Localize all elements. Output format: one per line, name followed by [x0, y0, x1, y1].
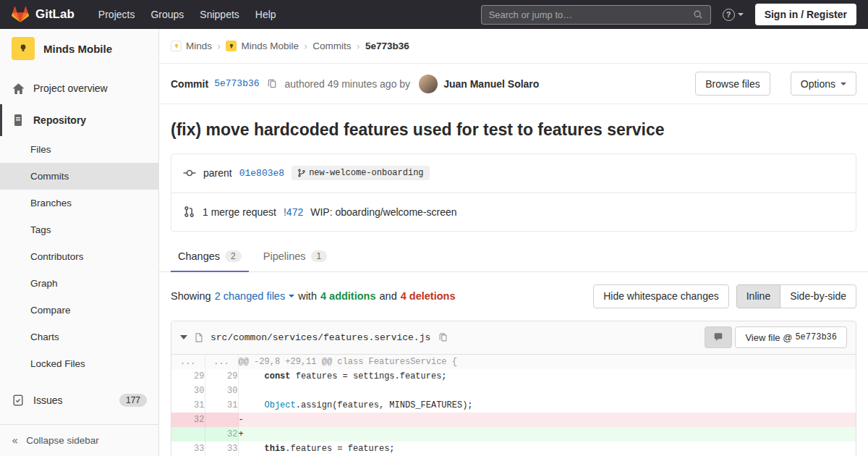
inline-view-button[interactable]: Inline: [736, 284, 780, 308]
toggle-comments-button[interactable]: [705, 326, 732, 348]
commit-meta: Commit 5e773b36 authored 49 minutes ago …: [171, 75, 539, 93]
tab-pipelines[interactable]: Pipelines 1: [256, 241, 335, 271]
branch-name: new-welcome-onboarding: [309, 168, 423, 178]
parent-sha-link[interactable]: 01e803e8: [239, 168, 284, 179]
commit-actions: Browse files Options: [695, 72, 856, 96]
sidebar-item-label: Repository: [33, 114, 86, 126]
help-menu[interactable]: ?: [723, 9, 744, 21]
issues-count-badge: 177: [119, 394, 147, 407]
new-line-number[interactable]: 31: [205, 398, 238, 413]
tanuki-logo-icon: [12, 6, 29, 23]
and-text: and: [380, 290, 397, 302]
sidebar-subitem-commits[interactable]: Commits: [0, 163, 158, 190]
new-line-number[interactable]: 32: [205, 427, 238, 442]
code-line: this.features = features;: [238, 442, 856, 456]
deletions-count: 4 deletions: [401, 290, 456, 302]
authored-text: authored 49 minutes ago by: [285, 78, 411, 90]
tab-changes[interactable]: Changes 2: [171, 241, 249, 271]
sign-in-button[interactable]: Sign in / Register: [755, 4, 856, 25]
commit-label: Commit: [171, 78, 208, 90]
side-by-side-view-button[interactable]: Side-by-side: [780, 284, 856, 308]
tab-pipelines-label: Pipelines: [263, 250, 306, 262]
breadcrumb-group[interactable]: Minds: [171, 41, 212, 51]
old-line-number[interactable]: ...: [171, 355, 205, 369]
diff-line-context: 2929 const features = settings.features;: [171, 369, 856, 384]
sidebar-subitem-branches[interactable]: Branches: [0, 190, 158, 216]
new-line-number[interactable]: 29: [205, 369, 238, 384]
diff-line-context: 3131 Object.assign(features, MINDS_FEATU…: [171, 398, 856, 413]
mr-ref-link[interactable]: !472: [284, 206, 303, 218]
view-file-sha: 5e773b36: [795, 332, 837, 342]
project-avatar-small: [226, 41, 237, 51]
commit-info-box: parent 01e803e8 new-welcome-onboarding 1…: [171, 153, 856, 232]
breadcrumb: Minds › Minds Mobile › Commits › 5e773b3…: [159, 29, 868, 64]
pipelines-count-badge: 1: [311, 250, 328, 262]
merge-request-row: 1 merge request !472 WIP: oboarding/welc…: [171, 193, 856, 231]
chevron-down-icon: [841, 83, 846, 85]
copy-sha-button[interactable]: [265, 77, 279, 90]
sidebar-subitem-locked-files[interactable]: Locked Files: [0, 350, 158, 377]
author-avatar[interactable]: [419, 75, 438, 93]
branch-badge[interactable]: new-welcome-onboarding: [292, 166, 429, 180]
diff-stats: Showing 2 changed files with 4 additions…: [171, 290, 455, 302]
merge-request-icon: [183, 206, 195, 218]
new-line-number[interactable]: ...: [205, 355, 238, 369]
sidebar-item-project-overview[interactable]: Project overview: [0, 72, 158, 104]
nav-menu-item-help[interactable]: Help: [247, 4, 284, 25]
collapse-file-caret-icon[interactable]: [180, 335, 187, 339]
comment-icon: [713, 332, 723, 342]
file-icon: [194, 332, 204, 343]
old-line-number[interactable]: 33: [171, 442, 205, 456]
search-input[interactable]: [489, 9, 693, 20]
old-line-number[interactable]: 32: [171, 413, 205, 427]
breadcrumb-project[interactable]: Minds Mobile: [226, 41, 299, 51]
side-by-side-label: Side-by-side: [790, 290, 846, 302]
code-line: -: [238, 413, 856, 427]
sidebar-subitem-files[interactable]: Files: [0, 136, 158, 163]
sidebar-item-label: Issues: [33, 394, 62, 406]
gitlab-home-link[interactable]: GitLab: [12, 6, 75, 23]
browse-files-label: Browse files: [705, 78, 760, 90]
diff-mode-toggle: Inline Side-by-side: [736, 284, 856, 308]
sidebar-subitem-graph[interactable]: Graph: [0, 270, 158, 297]
showing-text: Showing: [171, 290, 211, 302]
old-line-number[interactable]: 30: [171, 384, 205, 398]
diff-file-path[interactable]: src/common/services/features.service.js: [210, 332, 430, 343]
parent-label: parent: [203, 167, 232, 179]
sidebar-item-issues[interactable]: Issues 177: [0, 384, 158, 416]
old-line-number[interactable]: [171, 427, 205, 442]
nav-menu-item-groups[interactable]: Groups: [142, 4, 192, 25]
parent-row: parent 01e803e8 new-welcome-onboarding: [171, 154, 856, 193]
old-line-number[interactable]: 31: [171, 398, 205, 413]
sidebar-subitem-charts[interactable]: Charts: [0, 324, 158, 350]
sidebar-subitem-tags[interactable]: Tags: [0, 216, 158, 243]
changed-files-dropdown[interactable]: 2 changed files: [215, 290, 295, 302]
sidebar-subitem-compare[interactable]: Compare: [0, 297, 158, 324]
project-context[interactable]: Minds Mobile: [0, 29, 158, 68]
nav-menu-item-projects[interactable]: Projects: [90, 4, 143, 25]
browse-files-button[interactable]: Browse files: [695, 72, 770, 96]
breadcrumb-project-label: Minds Mobile: [241, 41, 299, 51]
sidebar-subitem-contributors[interactable]: Contributors: [0, 243, 158, 270]
commit-title: (fix) move hardcoded features used for t…: [159, 104, 868, 153]
old-line-number[interactable]: 29: [171, 369, 205, 384]
commit-header-bar: Commit 5e773b36 authored 49 minutes ago …: [159, 64, 868, 104]
view-file-button[interactable]: View file @ 5e773b36: [735, 326, 847, 348]
new-line-number[interactable]: 30: [205, 384, 238, 398]
collapse-sidebar-button[interactable]: « Collapse sidebar: [0, 424, 158, 456]
global-search[interactable]: [481, 5, 711, 25]
hide-whitespace-button[interactable]: Hide whitespace changes: [593, 284, 729, 308]
breadcrumb-commits[interactable]: Commits: [312, 41, 351, 51]
with-text: with: [298, 290, 317, 302]
new-line-number[interactable]: 33: [205, 442, 238, 456]
copy-file-path-button[interactable]: [437, 331, 450, 344]
sidebar-item-repository[interactable]: Repository: [0, 104, 158, 136]
author-name[interactable]: Juan Manuel Solaro: [443, 78, 539, 90]
diff-summary-bar: Showing 2 changed files with 4 additions…: [159, 272, 868, 321]
new-line-number[interactable]: [205, 413, 238, 427]
nav-menu-item-snippets[interactable]: Snippets: [192, 4, 247, 25]
group-avatar: [171, 41, 182, 51]
top-navbar: GitLab ProjectsGroupsSnippetsHelp ? Sign…: [0, 0, 868, 29]
commit-sha-link[interactable]: 5e773b36: [214, 78, 259, 89]
options-button[interactable]: Options: [791, 72, 856, 96]
